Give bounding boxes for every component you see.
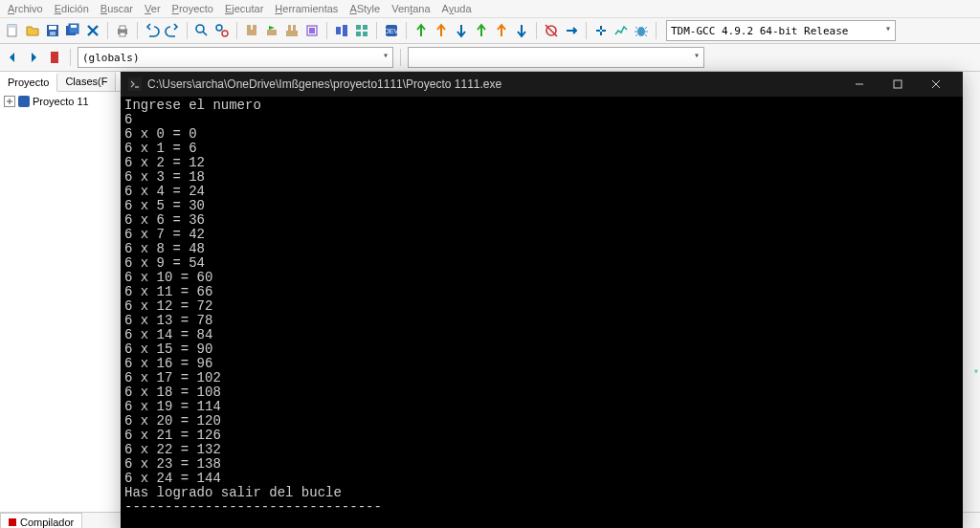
console-line: 6 x 11 = 66 — [124, 285, 959, 299]
close-window-button[interactable] — [917, 72, 955, 97]
menu-ejecutar[interactable]: Ejecutar — [225, 3, 263, 14]
tab-compilador[interactable]: Compilador — [0, 513, 82, 528]
menu-buscar[interactable]: Buscar — [100, 3, 133, 14]
console-body[interactable]: Ingrese el numero66 x 0 = 06 x 1 = 66 x … — [121, 97, 963, 528]
console-line: Has logrado salir del bucle — [124, 486, 959, 500]
svg-rect-15 — [247, 25, 251, 30]
menu-ver[interactable]: Ver — [145, 3, 161, 14]
undo-icon[interactable] — [144, 22, 161, 39]
svg-rect-36 — [128, 77, 142, 91]
svg-rect-14 — [247, 30, 256, 35]
right-gutter: * — [962, 72, 980, 512]
console-line: 6 x 2 = 12 — [124, 156, 959, 170]
goto-next2-icon[interactable] — [473, 22, 490, 39]
console-line: 6 x 5 = 30 — [124, 199, 959, 213]
breakpoint-icon[interactable] — [592, 22, 610, 39]
compile-run-icon[interactable] — [283, 22, 301, 39]
menu-edición[interactable]: Edición — [55, 3, 89, 14]
run-icon[interactable] — [263, 22, 280, 39]
main-body: Proyecto Clases(F Proyecto 11 C:\Users\a… — [0, 72, 980, 512]
svg-rect-18 — [286, 31, 298, 36]
console-line: 6 x 9 = 54 — [124, 256, 959, 271]
svg-rect-25 — [356, 25, 361, 30]
print-icon[interactable] — [114, 22, 131, 39]
menu-ventana[interactable]: Ventana — [391, 3, 430, 14]
svg-rect-35 — [18, 96, 30, 107]
menu-proyecto[interactable]: Proyecto — [172, 3, 213, 14]
open-folder-icon[interactable] — [24, 22, 41, 39]
profile-icon[interactable] — [612, 22, 630, 39]
bug-icon[interactable] — [633, 22, 650, 39]
svg-rect-17 — [267, 30, 277, 35]
separator — [137, 22, 138, 39]
console-line: 6 x 6 = 36 — [124, 213, 959, 228]
tab-classes[interactable]: Clases(F — [57, 72, 116, 91]
toolbar-row2: (globals) — [0, 44, 980, 72]
svg-point-32 — [637, 27, 645, 36]
tab-project[interactable]: Proyecto — [0, 73, 57, 92]
maximize-button[interactable] — [879, 72, 917, 97]
menubar: ArchivoEdiciónBuscarVerProyectoEjecutarH… — [0, 0, 980, 18]
console-line: 6 x 24 = 144 — [124, 472, 959, 486]
symbol-select[interactable] — [408, 47, 704, 68]
goto-next-icon[interactable] — [453, 22, 470, 39]
separator — [107, 22, 108, 39]
find-icon[interactable] — [193, 22, 211, 39]
console-titlebar[interactable]: C:\Users\archa\OneDrive\Imßgenes\proyect… — [121, 72, 963, 97]
svg-rect-3 — [49, 26, 56, 30]
console-line: 6 x 7 = 42 — [124, 228, 959, 242]
goto-prev-icon[interactable] — [412, 22, 430, 39]
menu-archivo[interactable]: Archivo — [8, 3, 43, 14]
separator — [586, 22, 587, 39]
rebuild-icon[interactable] — [303, 22, 321, 39]
compile-icon[interactable] — [243, 22, 260, 39]
bookmark-icon[interactable] — [46, 49, 63, 66]
scope-select[interactable]: (globals) — [78, 47, 393, 68]
compiler-select-label: TDM-GCC 4.9.2 64-bit Release — [671, 25, 848, 37]
separator — [536, 22, 537, 39]
menu-ayuda[interactable]: Ayuda — [442, 3, 472, 14]
separator — [326, 22, 327, 39]
goto-prevx-icon[interactable] — [433, 22, 450, 39]
stepinto-icon[interactable] — [563, 22, 580, 39]
console-line: 6 x 17 = 102 — [124, 371, 959, 385]
close-icon[interactable] — [84, 22, 101, 39]
back-nav-icon[interactable] — [4, 49, 21, 66]
class-browser-icon[interactable] — [353, 22, 370, 39]
svg-rect-27 — [356, 32, 361, 36]
console-line: 6 x 4 = 24 — [124, 185, 959, 199]
svg-rect-16 — [253, 25, 256, 30]
dev-icon[interactable]: DEV — [383, 22, 400, 39]
menu-herramientas[interactable]: Herramientas — [275, 3, 338, 14]
toolbar: DEV TDM-GCC 4.9.2 64-bit Release — [0, 18, 980, 44]
goto-next3-icon[interactable] — [493, 22, 510, 39]
console-line: 6 x 22 = 132 — [124, 443, 959, 457]
debug-icon[interactable] — [543, 22, 560, 39]
replace-icon[interactable] — [213, 22, 231, 39]
separator — [187, 22, 188, 39]
fwd-nav-icon[interactable] — [25, 49, 42, 66]
goto-next4-icon[interactable] — [513, 22, 530, 39]
tree-item-label: Proyecto 11 — [33, 96, 89, 107]
tab-compilador-label: Compilador — [20, 517, 74, 528]
project-opts-icon[interactable] — [333, 22, 350, 39]
svg-rect-23 — [336, 27, 341, 34]
scope-select-label: (globals) — [82, 52, 140, 64]
new-file-icon[interactable] — [4, 22, 21, 39]
redo-icon[interactable] — [164, 22, 181, 39]
console-line: 6 x 19 = 114 — [124, 400, 959, 414]
svg-rect-28 — [363, 32, 368, 36]
save-all-icon[interactable] — [64, 22, 81, 39]
sidebar: Proyecto Clases(F Proyecto 11 — [0, 72, 122, 512]
compiler-select[interactable]: TDM-GCC 4.9.2 64-bit Release — [666, 20, 896, 41]
svg-rect-20 — [293, 25, 296, 31]
save-icon[interactable] — [44, 22, 61, 39]
menu-astyle[interactable]: AStyle — [349, 3, 380, 14]
svg-rect-1 — [8, 25, 16, 28]
console-line: Ingrese el numero — [124, 99, 959, 113]
svg-text:DEV: DEV — [385, 28, 399, 34]
tree-item-project[interactable]: Proyecto 11 — [4, 96, 117, 107]
minimize-button[interactable] — [840, 72, 879, 97]
console-line: 6 x 3 = 18 — [124, 170, 959, 185]
console-line: 6 x 18 = 108 — [124, 385, 959, 400]
